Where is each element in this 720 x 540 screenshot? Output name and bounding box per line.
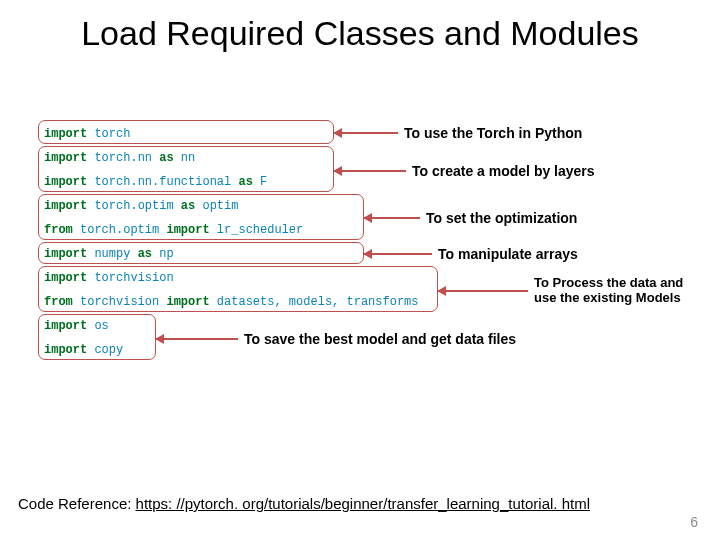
- code-reference: Code Reference: https: //pytorch. org/tu…: [18, 495, 590, 512]
- group-nn: [38, 146, 334, 192]
- group-os-copy: [38, 314, 156, 360]
- group-torchvision: [38, 266, 438, 312]
- arrow-icon: [334, 132, 398, 134]
- annotation-torchvision: To Process the data and use the existing…: [534, 276, 684, 306]
- page-number: 6: [690, 514, 698, 530]
- annotation-numpy: To manipulate arrays: [438, 246, 578, 262]
- group-numpy: [38, 242, 364, 264]
- arrow-icon: [438, 290, 528, 292]
- reference-label: Code Reference:: [18, 495, 136, 512]
- annotation-torch: To use the Torch in Python: [404, 125, 582, 141]
- reference-link[interactable]: https: //pytorch. org/tutorials/beginner…: [136, 495, 590, 512]
- diagram-stage: import torch import torch.nn as nn impor…: [36, 120, 686, 460]
- arrow-icon: [364, 253, 432, 255]
- annotation-nn: To create a model by layers: [412, 163, 595, 179]
- arrow-icon: [364, 217, 420, 219]
- annotation-optim: To set the optimization: [426, 210, 577, 226]
- arrow-icon: [334, 170, 406, 172]
- annotation-os-copy: To save the best model and get data file…: [244, 331, 516, 347]
- arrow-icon: [156, 338, 238, 340]
- group-torch: [38, 120, 334, 144]
- group-optim: [38, 194, 364, 240]
- page-title: Load Required Classes and Modules: [0, 0, 720, 53]
